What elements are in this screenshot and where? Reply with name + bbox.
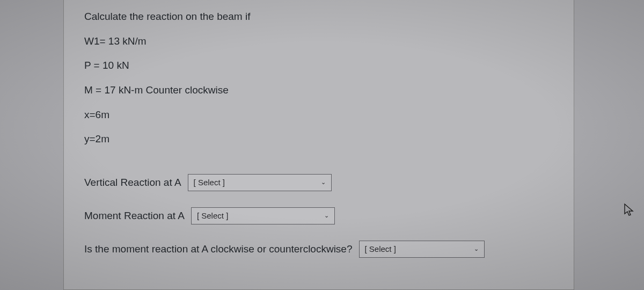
vertical-reaction-select[interactable]: [ Select ] ⌄ — [188, 174, 332, 191]
given-w1: W1= 13 kN/m — [84, 34, 553, 48]
direction-row: Is the moment reaction at A clockwise or… — [84, 241, 553, 258]
chevron-down-icon: ⌄ — [324, 212, 329, 219]
moment-reaction-select[interactable]: [ Select ] ⌄ — [191, 207, 335, 224]
given-x: x=6m — [84, 108, 553, 122]
chevron-down-icon: ⌄ — [474, 245, 479, 252]
moment-reaction-row: Moment Reaction at A [ Select ] ⌄ — [84, 207, 553, 224]
given-p: P = 10 kN — [84, 59, 553, 73]
vertical-reaction-row: Vertical Reaction at A [ Select ] ⌄ — [84, 174, 553, 191]
moment-reaction-label: Moment Reaction at A — [84, 210, 185, 222]
problem-intro: Calculate the reaction on the beam if — [84, 10, 553, 24]
direction-question-label: Is the moment reaction at A clockwise or… — [84, 243, 353, 255]
given-y: y=2m — [84, 132, 553, 146]
direction-select[interactable]: [ Select ] ⌄ — [359, 241, 485, 258]
chevron-down-icon: ⌄ — [321, 179, 326, 186]
vertical-reaction-label: Vertical Reaction at A — [84, 177, 181, 189]
cursor-icon — [624, 203, 634, 220]
select-placeholder: [ Select ] — [365, 244, 396, 253]
select-placeholder: [ Select ] — [194, 178, 225, 187]
given-m: M = 17 kN-m Counter clockwise — [84, 83, 553, 97]
select-placeholder: [ Select ] — [197, 211, 228, 220]
question-panel: Calculate the reaction on the beam if W1… — [63, 0, 574, 290]
